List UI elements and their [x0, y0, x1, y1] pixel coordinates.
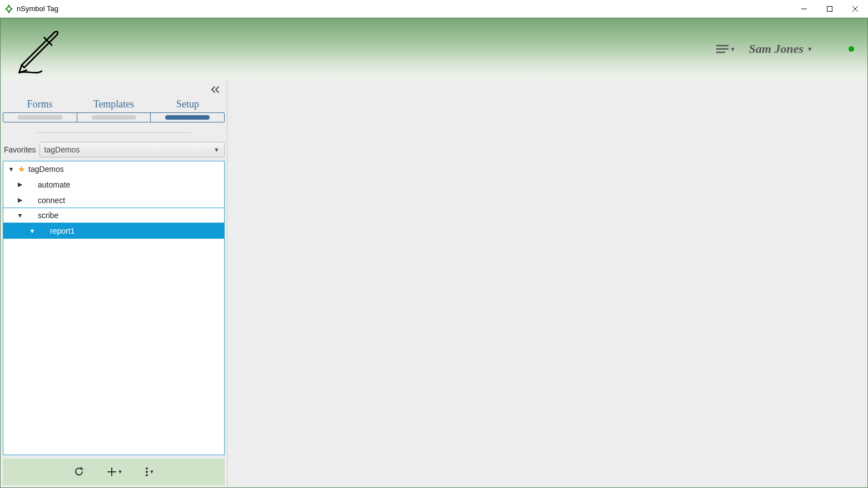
collapse-arrow-icon[interactable]: ▼ [8, 166, 14, 172]
tree-item-connect[interactable]: ▶ connect [3, 193, 224, 208]
favorites-select[interactable]: tagDemos ▼ [39, 142, 225, 157]
collapse-sidebar-button[interactable] [210, 86, 220, 93]
chevron-down-icon: ▼ [118, 469, 123, 475]
sidebar-tab-labels: Forms Templates Setup [3, 97, 225, 111]
tab-setup[interactable]: Setup [151, 97, 225, 111]
window-minimize-button[interactable] [791, 0, 817, 18]
chevron-down-icon: ▼ [730, 46, 736, 52]
svg-point-2 [146, 471, 148, 473]
window-title: nSymbol Tag [17, 4, 58, 13]
tree-item-automate[interactable]: ▶ automate [3, 177, 224, 193]
tree-label: scribe [38, 211, 58, 220]
chevron-down-icon: ▼ [214, 146, 220, 153]
tab-pill-forms[interactable] [3, 113, 77, 122]
divider [36, 132, 191, 133]
tab-pill-templates[interactable] [77, 113, 151, 122]
star-icon: ★ [18, 164, 25, 174]
app-icon [4, 4, 13, 13]
titlebar: nSymbol Tag [0, 0, 868, 18]
main-content-area [227, 80, 867, 487]
window-close-button[interactable] [842, 0, 868, 18]
svg-point-1 [146, 467, 148, 470]
user-dropdown[interactable]: Sam Jones ▼ [749, 42, 813, 56]
chevron-down-icon: ▼ [150, 469, 155, 475]
sidebar-bottom-toolbar: ▼ ▼ [3, 459, 225, 485]
collapse-arrow-icon[interactable]: ▼ [17, 212, 23, 219]
app-header: ▼ Sam Jones ▼ [1, 18, 867, 80]
tree-view[interactable]: ▼ ★ tagDemos ▶ automate ▶ connect ▼ [3, 161, 225, 455]
refresh-button[interactable] [73, 466, 85, 477]
tree-label: connect [38, 196, 65, 205]
tab-templates[interactable]: Templates [77, 97, 151, 111]
hamburger-menu-button[interactable]: ▼ [716, 45, 736, 53]
add-button[interactable]: ▼ [107, 467, 123, 477]
sidebar: Forms Templates Setup Favorites tagDemos… [1, 80, 227, 487]
collapse-arrow-icon[interactable]: ▼ [29, 228, 36, 234]
expand-arrow-icon[interactable]: ▶ [17, 181, 23, 188]
window-maximize-button[interactable] [817, 0, 842, 18]
status-indicator-icon [849, 46, 854, 52]
pencil-logo-icon [12, 25, 62, 75]
content-area: Forms Templates Setup Favorites tagDemos… [1, 80, 867, 487]
chevron-down-icon: ▼ [807, 46, 813, 52]
expand-arrow-icon[interactable]: ▶ [17, 196, 23, 204]
more-options-button[interactable]: ▼ [145, 467, 155, 477]
favorites-label: Favorites [3, 145, 36, 154]
svg-point-3 [146, 474, 148, 476]
tree-label: report1 [50, 226, 75, 235]
window-frame: ▼ Sam Jones ▼ Forms Templates Setup [0, 18, 868, 488]
favorites-selected-value: tagDemos [44, 145, 80, 154]
svg-rect-0 [827, 6, 832, 11]
sidebar-tab-pills [3, 112, 225, 122]
tree-item-scribe[interactable]: ▼ scribe [3, 208, 224, 223]
tab-pill-setup[interactable] [151, 113, 224, 122]
tab-forms[interactable]: Forms [3, 97, 77, 111]
tree-item-report1[interactable]: ▼ report1 [3, 223, 224, 239]
tree-label: tagDemos [28, 165, 64, 174]
user-name: Sam Jones [749, 42, 803, 56]
tree-label: automate [38, 180, 70, 189]
tree-root[interactable]: ▼ ★ tagDemos [3, 161, 224, 177]
